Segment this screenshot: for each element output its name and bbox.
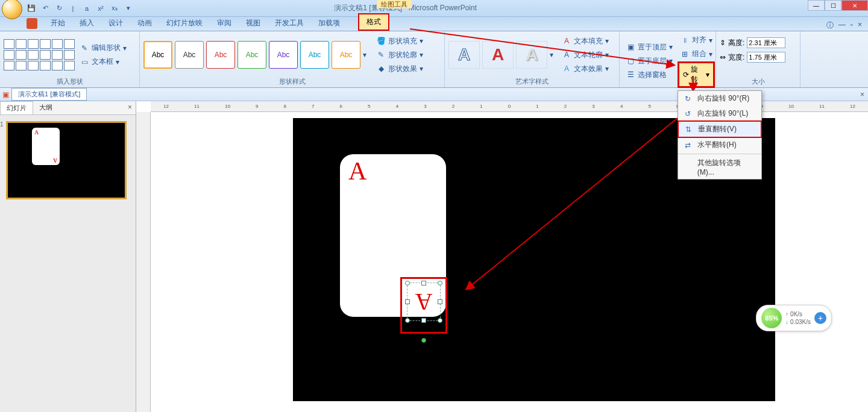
tab-slideshow[interactable]: 幻灯片放映	[159, 16, 210, 31]
shape-gallery[interactable]	[4, 39, 75, 70]
group-label: 组合	[692, 49, 706, 59]
tab-animation[interactable]: 动画	[130, 16, 159, 31]
group-icon: ⊞	[680, 49, 690, 59]
resize-handle[interactable]	[438, 318, 442, 323]
more-icon	[683, 163, 693, 172]
rotation-handle[interactable]	[421, 338, 426, 343]
save-icon[interactable]: 💾	[25, 2, 37, 14]
rotate-left-label: 向左旋转 90°(L)	[697, 108, 748, 119]
align-button[interactable]: ⫴对齐 ▾	[678, 34, 715, 46]
resize-handle[interactable]	[438, 281, 442, 286]
height-label: 高度:	[728, 38, 744, 48]
context-tool-label: 绘图工具	[377, 0, 412, 8]
side-close-icon[interactable]: ×	[124, 101, 136, 114]
rotate-left-90[interactable]: ↺向左旋转 90°(L)	[678, 106, 761, 121]
resize-handle[interactable]	[421, 318, 426, 323]
speed-plus-button[interactable]: +	[814, 312, 826, 324]
qat-extra-1[interactable]: a	[81, 2, 93, 14]
qat-extra-2[interactable]: x²	[95, 2, 107, 14]
tab-home[interactable]: 开始	[43, 16, 72, 31]
close-button[interactable]: ✕	[841, 0, 868, 11]
selected-shape-highlight: A	[400, 277, 447, 334]
text-effects-button[interactable]: A文本效果 ▾	[559, 63, 611, 75]
shape-outline-button[interactable]: ✎形状轮廓 ▾	[374, 49, 426, 61]
flip-v-icon: ⇅	[684, 125, 693, 134]
bring-front-label: 置于顶层	[638, 42, 667, 52]
resize-handle[interactable]	[405, 299, 410, 304]
style-sample: Abc	[309, 51, 321, 59]
shape-effects-label: 形状效果	[388, 64, 417, 74]
rotate-button[interactable]: ⟳旋转 ▾	[678, 61, 715, 88]
qat-extra-3[interactable]: x₂	[108, 2, 121, 14]
undo-icon[interactable]: ↶	[39, 2, 51, 14]
text-box-button[interactable]: ▭文本框 ▾	[77, 55, 129, 68]
redo-icon[interactable]: ↻	[53, 2, 65, 14]
send-back-icon: ▢	[626, 56, 635, 66]
tab-format[interactable]: 格式	[358, 13, 389, 31]
pen-icon: ✎	[376, 50, 386, 60]
speed-percent: 85%	[761, 308, 782, 328]
shape-effects-button[interactable]: ◆形状效果 ▾	[374, 63, 426, 75]
rotate-right-90[interactable]: ↻向右旋转 90°(R)	[678, 91, 761, 106]
text-box-icon: ▭	[80, 57, 89, 67]
more-rotate-options[interactable]: 其他旋转选项(M)...	[678, 155, 761, 179]
edit-shape-label: 编辑形状	[92, 43, 121, 53]
width-icon: ⇔	[720, 53, 726, 61]
help-icon[interactable]: ⓘ	[826, 20, 834, 31]
app-icon	[27, 18, 37, 29]
ribbon-tabs: 开始 插入 设计 动画 幻灯片放映 审阅 视图 开发工具 加载项 格式 ⓘ — …	[0, 17, 868, 31]
ribbon-minimize-icon[interactable]: —	[838, 20, 846, 31]
ribbon-close-icon[interactable]: ×	[858, 20, 862, 31]
gallery-more-icon[interactable]: ▾	[363, 51, 366, 59]
tab-review[interactable]: 审阅	[210, 16, 239, 31]
qat-dropdown-icon[interactable]: ▾	[122, 2, 134, 14]
ribbon-restore-icon[interactable]: ▫	[851, 20, 853, 31]
text-outline-button[interactable]: A文本轮廓 ▾	[559, 49, 611, 61]
selection-pane-button[interactable]: ☰选择窗格	[623, 69, 675, 81]
tab-developer[interactable]: 开发工具	[268, 16, 311, 31]
group-shape-styles: Abc Abc Abc Abc Abc Abc Abc ▾ 🪣形状填充 ▾ ✎形…	[140, 31, 445, 87]
edit-shape-button[interactable]: ✎编辑形状 ▾	[77, 42, 129, 54]
tab-insert[interactable]: 插入	[72, 16, 101, 31]
resize-handle[interactable]	[405, 318, 410, 323]
bring-front-button[interactable]: ▣置于顶层 ▾	[623, 41, 675, 54]
height-input[interactable]	[747, 37, 785, 48]
height-icon: ⇕	[720, 39, 726, 47]
style-sample: Abc	[246, 51, 259, 59]
shape-fill-button[interactable]: 🪣形状填充 ▾	[374, 35, 426, 48]
maximize-button[interactable]: ☐	[825, 0, 841, 11]
tab-design[interactable]: 设计	[101, 16, 130, 31]
tab-addins[interactable]: 加载项	[311, 16, 347, 31]
wa-gallery-more-icon[interactable]: ▾	[550, 51, 553, 59]
wordart-gallery[interactable]: A A A	[448, 41, 547, 69]
docbar-close-icon[interactable]: ×	[860, 90, 864, 99]
resize-handle[interactable]	[405, 281, 410, 286]
width-input[interactable]	[747, 52, 785, 63]
rotate-right-icon: ↻	[683, 94, 693, 104]
resize-handle[interactable]	[421, 281, 426, 286]
flip-v-label: 垂直翻转(V)	[698, 124, 737, 134]
selection-border: A	[407, 282, 441, 321]
resize-handle[interactable]	[438, 299, 442, 304]
bring-front-icon: ▣	[626, 42, 635, 52]
send-back-button[interactable]: ▢置于底层 ▾	[623, 55, 675, 67]
flip-h-icon: ⇄	[683, 140, 693, 150]
style-sample: Abc	[183, 51, 196, 59]
flip-vertical[interactable]: ⇅垂直翻转(V)	[678, 120, 762, 138]
tab-view[interactable]: 视图	[239, 16, 268, 31]
minimize-button[interactable]: —	[808, 0, 825, 11]
rotate-icon: ⟳	[683, 70, 689, 79]
upload-speed: 0K/s	[790, 311, 802, 317]
text-fill-button[interactable]: A文本填充 ▾	[559, 35, 611, 48]
tab-outline[interactable]: 大纲	[33, 101, 58, 114]
thumb-letter-bottom: A	[53, 157, 57, 164]
text-outline-label: 文本轮廓	[574, 50, 603, 60]
document-tab[interactable]: 演示文稿1 [兼容模式]	[11, 88, 87, 101]
flip-horizontal[interactable]: ⇄水平翻转(H)	[678, 137, 761, 152]
quick-access-toolbar: 💾 ↶ ↻ | a x² x₂ ▾	[25, 2, 134, 14]
slide-thumbnail[interactable]: A A	[6, 121, 127, 199]
group-button[interactable]: ⊞组合 ▾	[678, 48, 715, 60]
network-speed-widget[interactable]: 85% ↑ 0K/s ↓ 0.03K/s +	[756, 305, 832, 331]
shape-style-gallery[interactable]: Abc Abc Abc Abc Abc Abc Abc	[143, 41, 360, 69]
tab-slides[interactable]: 幻灯片	[0, 101, 33, 114]
